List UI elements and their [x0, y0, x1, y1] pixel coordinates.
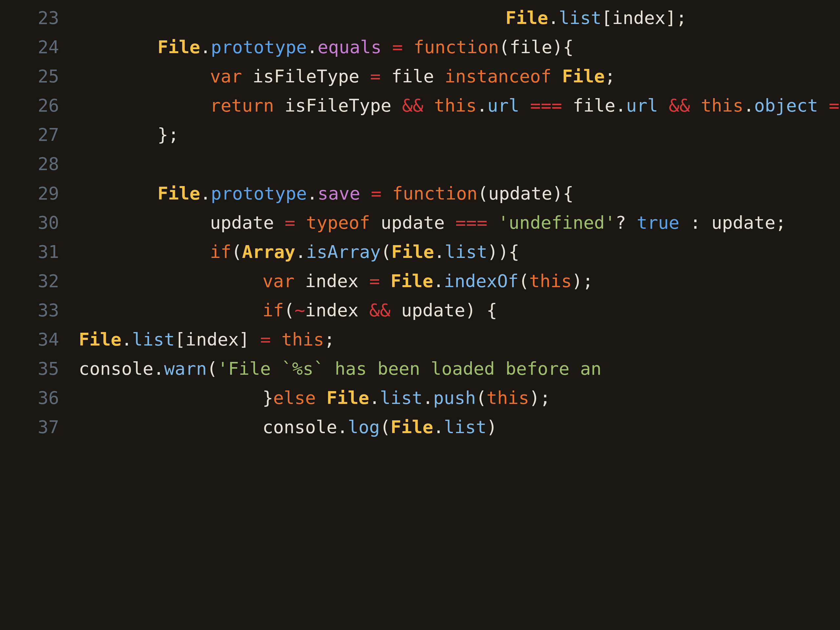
- token: var: [210, 66, 242, 87]
- code-content[interactable]: console.warn('File `%s` has been loaded …: [79, 354, 840, 383]
- token: prototype: [211, 183, 307, 204]
- token: var: [262, 271, 295, 291]
- token: (: [476, 387, 486, 408]
- token: )){: [487, 242, 519, 262]
- token: console: [79, 358, 153, 379]
- code-content[interactable]: if(~index && update) {: [79, 296, 840, 325]
- token: index: [295, 271, 369, 291]
- token: .: [548, 8, 559, 28]
- code-line[interactable]: 31if(Array.isArray(File.list)){: [0, 237, 840, 267]
- token: (: [381, 242, 392, 262]
- token: equals: [317, 37, 382, 57]
- token: list: [559, 8, 602, 28]
- code-line[interactable]: 23 File.list[index];: [0, 3, 840, 33]
- code-content[interactable]: File.list[index] = this;: [79, 325, 840, 354]
- code-content[interactable]: File.prototype.save = function(update){: [79, 179, 840, 208]
- token: File: [327, 387, 369, 408]
- token: update: [210, 212, 285, 233]
- code-content[interactable]: var isFileType = file instanceof File;: [79, 62, 840, 91]
- code-line[interactable]: 34File.list[index] = this;: [0, 325, 840, 354]
- token: (: [231, 242, 242, 262]
- token: .: [153, 358, 164, 379]
- token: [818, 95, 829, 116]
- token: list: [445, 242, 487, 262]
- token: =: [260, 329, 271, 350]
- code-line[interactable]: 24File.prototype.equals = function(file)…: [0, 33, 840, 62]
- token: function: [414, 37, 499, 57]
- token: true: [637, 212, 679, 233]
- token: [index]: [175, 329, 260, 350]
- line-number: 27: [0, 120, 79, 149]
- code-content[interactable]: File.list[index];: [79, 3, 840, 33]
- code-line[interactable]: 33if(~index && update) {: [0, 296, 840, 325]
- token: =: [371, 183, 382, 204]
- token: File: [392, 242, 434, 262]
- token: 'File `%s` has been loaded before an: [218, 358, 602, 379]
- token: warn: [164, 358, 207, 379]
- code-line[interactable]: 28: [0, 149, 840, 178]
- token: url: [487, 95, 519, 116]
- token: update: [370, 212, 455, 233]
- code-line[interactable]: 30update = typeof update === 'undefined'…: [0, 208, 840, 237]
- token: File: [562, 66, 605, 87]
- token: );: [529, 387, 551, 408]
- token: (update){: [477, 183, 573, 204]
- line-number: 24: [0, 33, 79, 62]
- token: .: [295, 242, 306, 262]
- token: [380, 271, 391, 291]
- token: .: [744, 95, 754, 116]
- token: &&: [369, 300, 390, 321]
- token: console: [262, 417, 337, 437]
- line-number: 29: [0, 179, 79, 208]
- code-line[interactable]: 35console.warn('File `%s` has been loade…: [0, 354, 840, 383]
- code-line[interactable]: 27};: [0, 120, 840, 149]
- token: .: [200, 183, 211, 204]
- token: Array: [242, 242, 296, 262]
- token: }: [262, 387, 273, 408]
- code-content[interactable]: return isFileType && this.url === file.u…: [79, 91, 840, 120]
- token: [index];: [602, 8, 687, 28]
- token: [360, 183, 371, 204]
- token: };: [158, 124, 179, 145]
- line-number: 31: [0, 237, 79, 267]
- token: indexOf: [444, 271, 519, 291]
- code-line[interactable]: 25var isFileType = file instanceof File;: [0, 62, 840, 91]
- code-content[interactable]: };: [79, 120, 840, 149]
- token: =: [285, 212, 296, 233]
- token: ===: [455, 212, 488, 233]
- code-editor[interactable]: 23 File.list[index];24File.prototype.equ…: [0, 0, 840, 442]
- code-line[interactable]: 32var index = File.indexOf(this);: [0, 267, 840, 296]
- line-number: 25: [0, 62, 79, 91]
- token: .: [433, 271, 444, 291]
- code-content[interactable]: if(Array.isArray(File.list)){: [79, 237, 840, 267]
- token: list: [132, 329, 175, 350]
- code-content[interactable]: }else File.list.push(this);: [79, 383, 840, 412]
- code-line[interactable]: 26return isFileType && this.url === file…: [0, 91, 840, 120]
- code-line[interactable]: 37console.log(File.list): [0, 412, 840, 442]
- code-content[interactable]: console.log(File.list): [79, 412, 840, 442]
- token: if: [210, 242, 231, 262]
- line-number: 34: [0, 325, 79, 354]
- code-line[interactable]: 36}else File.list.push(this);: [0, 383, 840, 412]
- token: function: [392, 183, 477, 204]
- code-content[interactable]: File.prototype.equals = function(file){: [79, 33, 840, 62]
- token: [690, 95, 701, 116]
- token: &&: [669, 95, 690, 116]
- token: [519, 95, 530, 116]
- token: file: [562, 95, 616, 116]
- token: =: [392, 37, 403, 57]
- token: [295, 212, 306, 233]
- token: update: [390, 300, 465, 321]
- code-content[interactable]: [79, 149, 840, 178]
- token: .: [337, 417, 348, 437]
- token: .: [433, 417, 444, 437]
- token: url: [626, 95, 658, 116]
- code-content[interactable]: update = typeof update === 'undefined'? …: [79, 208, 840, 237]
- token: log: [348, 417, 380, 437]
- token: prototype: [211, 37, 307, 57]
- code-content[interactable]: var index = File.indexOf(this);: [79, 267, 840, 296]
- code-line[interactable]: 29File.prototype.save = function(update)…: [0, 179, 840, 208]
- token: File: [79, 8, 548, 28]
- token: ~: [295, 300, 305, 321]
- line-number: 28: [0, 149, 79, 178]
